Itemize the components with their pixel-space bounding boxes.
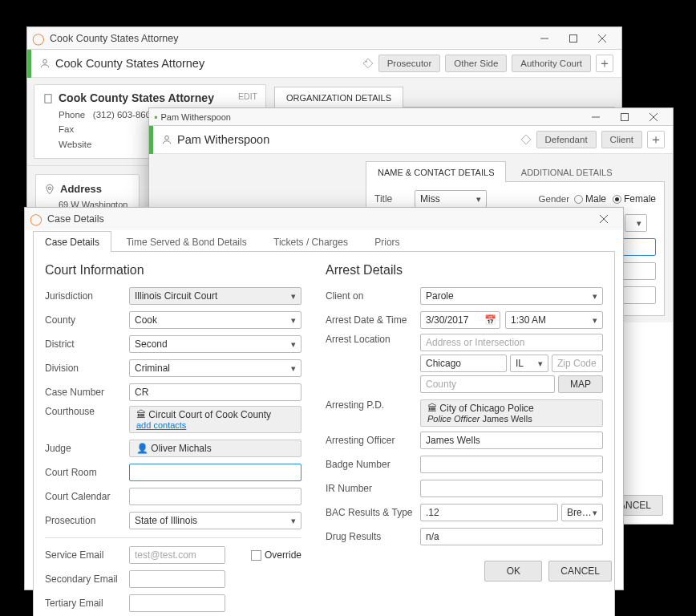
ok-button[interactable]: OK — [484, 561, 542, 582]
tertiary-email-label: Tertiary Email — [45, 598, 129, 609]
title-label: Title — [374, 193, 415, 205]
tab-org-details[interactable]: ORGANIZATION DETAILS — [274, 87, 403, 107]
arrest-state-select[interactable]: IL — [510, 355, 548, 372]
tab-case-details[interactable]: Case Details — [33, 231, 111, 252]
district-select[interactable]: Second — [129, 335, 301, 353]
badge-label: Badge Number — [326, 459, 420, 470]
override-checkbox[interactable] — [251, 550, 261, 561]
arrest-city-input[interactable]: Chicago — [420, 355, 507, 372]
arrest-county-input[interactable]: County — [420, 375, 555, 393]
county-label: County — [45, 314, 129, 326]
jurisdiction-label: Jurisdiction — [45, 290, 129, 302]
arrest-date-input[interactable]: 3/30/2017 📅 — [420, 311, 500, 329]
service-email-input[interactable]: test@test.com — [129, 546, 225, 564]
jurisdiction-select[interactable]: Illinois Circuit Court — [129, 287, 301, 305]
court-room-input[interactable] — [129, 464, 301, 481]
person-icon — [161, 134, 172, 145]
tag-icon — [520, 134, 532, 145]
close-button[interactable] — [588, 30, 617, 47]
chip-client[interactable]: Client — [601, 131, 642, 148]
tertiary-email-input[interactable] — [129, 594, 225, 612]
svg-rect-1 — [570, 34, 577, 42]
district-label: District — [45, 338, 129, 350]
division-select[interactable]: Criminal — [129, 359, 301, 377]
cancel-button[interactable]: CANCEL — [548, 561, 612, 582]
tab-priors[interactable]: Priors — [362, 231, 411, 252]
close-button[interactable] — [639, 108, 668, 126]
courthouse-value: 🏛 Circuit Court of Cook County — [136, 409, 294, 420]
close-button[interactable] — [589, 210, 618, 228]
tab-tickets[interactable]: Tickets / Charges — [261, 231, 360, 252]
bac-type-select[interactable]: Bre… — [561, 504, 603, 521]
arrest-zip-input[interactable]: Zip Code — [552, 355, 603, 372]
ir-label: IR Number — [326, 483, 420, 494]
gender-label: Gender — [539, 194, 569, 204]
title-select[interactable]: Miss — [415, 190, 487, 208]
secondary-email-label: Secondary Email — [45, 573, 129, 585]
officer-inline: James Wells — [482, 414, 532, 424]
location-icon — [44, 184, 55, 195]
maximize-button[interactable] — [559, 30, 588, 47]
app-icon: ◯ — [32, 32, 45, 45]
arrest-time-select[interactable]: 1:30 AM — [505, 311, 603, 329]
client-on-label: Client on — [326, 290, 420, 302]
court-information-section: Court Information Jurisdiction Illinois … — [45, 260, 301, 616]
court-room-label: Court Room — [45, 467, 129, 478]
person-status-icon: ▪ — [154, 111, 157, 123]
bac-label: BAC Results & Type — [326, 507, 420, 518]
address-heading: Address — [60, 183, 102, 195]
service-email-label: Service Email — [45, 549, 129, 561]
client-on-select[interactable]: Parole — [420, 287, 603, 305]
case-number-label: Case Number — [45, 387, 129, 398]
svg-point-5 — [365, 61, 366, 63]
chip-prosecutor[interactable]: Prosecutor — [378, 55, 441, 72]
edit-button[interactable]: EDIT — [238, 91, 257, 101]
window-title: Pam Witherspoon — [160, 112, 230, 122]
court-info-heading: Court Information — [45, 263, 301, 278]
titlebar-person: ▪ Pam Witherspoon — [149, 108, 673, 126]
tab-time-served[interactable]: Time Served & Bond Details — [114, 231, 258, 252]
arresting-officer-input[interactable]: James Wells — [420, 432, 603, 449]
override-label: Override — [265, 549, 301, 561]
case-number-input[interactable]: CR — [129, 383, 301, 401]
chip-authority-court[interactable]: Authority Court — [512, 55, 591, 72]
svg-rect-6 — [45, 95, 51, 103]
drug-input[interactable]: n/a — [420, 528, 603, 545]
suffix-select[interactable] — [625, 214, 647, 232]
judge-label: Judge — [45, 443, 129, 454]
badge-input[interactable] — [420, 456, 603, 473]
county-select[interactable]: Cook — [129, 311, 301, 329]
officer-role: Police Officer — [427, 414, 480, 424]
tab-name-contact[interactable]: NAME & CONTACT DETAILS — [366, 161, 506, 182]
court-calendar-input[interactable] — [129, 488, 301, 505]
minimize-button[interactable] — [530, 30, 559, 47]
bac-input[interactable]: .12 — [420, 504, 558, 521]
svg-point-14 — [165, 136, 169, 140]
judge-value[interactable]: 👤 Oliver Michals — [129, 440, 301, 457]
gender-female-radio[interactable]: Female — [613, 193, 656, 205]
window-title: Case Details — [47, 213, 104, 225]
svg-rect-11 — [621, 113, 629, 120]
phone-value: (312) 603-860 — [93, 110, 151, 120]
gender-male-radio[interactable]: Male — [574, 193, 606, 205]
window-title: Cook County States Attorney — [50, 33, 179, 44]
add-chip-button[interactable]: ＋ — [596, 55, 613, 72]
add-contacts-link[interactable]: add contacts — [136, 420, 294, 430]
division-label: Division — [45, 363, 129, 374]
tab-additional[interactable]: ADDITIONAL DETAILS — [509, 161, 625, 182]
calendar-icon[interactable]: 📅 — [484, 314, 496, 326]
prosecution-label: Prosecution — [45, 515, 129, 526]
minimize-button[interactable] — [581, 108, 610, 126]
arrest-location-label: Arrest Location — [326, 334, 420, 345]
arrest-address-input[interactable]: Address or Intersection — [420, 334, 603, 351]
add-chip-button[interactable]: ＋ — [647, 131, 665, 148]
ir-input[interactable] — [420, 480, 603, 497]
maximize-button[interactable] — [610, 108, 639, 126]
chip-defendant[interactable]: Defendant — [536, 131, 597, 148]
map-button[interactable]: MAP — [558, 375, 603, 393]
prosecution-select[interactable]: State of Illinois — [129, 512, 301, 529]
org-subtitle: Cook County States Attorney — [55, 57, 204, 70]
chip-other-side[interactable]: Other Side — [445, 55, 507, 72]
secondary-email-input[interactable] — [129, 570, 225, 588]
titlebar-org: ◯ Cook County States Attorney — [27, 27, 621, 50]
